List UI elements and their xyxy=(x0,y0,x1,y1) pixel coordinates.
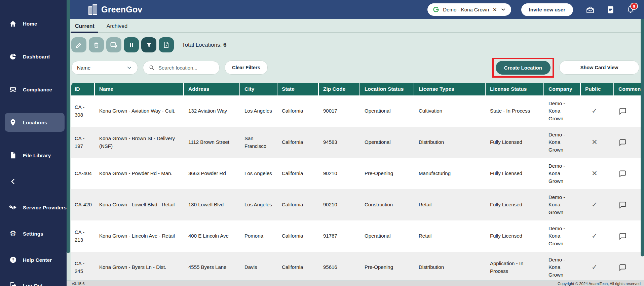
table-row[interactable]: CA-404 Kona Grown - Powder Rd - Man. 366… xyxy=(71,158,644,189)
pencil-icon xyxy=(75,41,83,49)
cell-name: Kona Grown - Lincoln Ave - Retail xyxy=(95,220,184,252)
filter-button[interactable] xyxy=(141,37,156,52)
clear-filters-button[interactable]: Clear Filters xyxy=(225,60,268,75)
handshake-icon xyxy=(9,204,17,211)
column-header-zip[interactable]: Zip Code xyxy=(319,83,360,95)
sidebar-item-compliance[interactable]: Compliance xyxy=(5,82,65,97)
column-header-address[interactable]: Address xyxy=(184,83,240,95)
cell-state: California xyxy=(277,158,319,189)
table-row[interactable]: CA - 213 Kona Grown - Lincoln Ave - Reta… xyxy=(71,220,644,252)
sidebar-item-locations[interactable]: Locations xyxy=(5,113,65,132)
sidebar-item-log-out[interactable]: Log Out xyxy=(5,278,65,286)
table-row[interactable]: CA - 308 Kona Grown - Aviation Way - Cul… xyxy=(71,95,644,127)
column-header-license-status[interactable]: License Status xyxy=(486,83,544,95)
comment-bubble-icon[interactable] xyxy=(618,170,627,177)
cell-name: Kona Grown - Aviation Way - Cult. xyxy=(95,95,184,127)
building-logo-icon xyxy=(87,4,98,16)
company-selector[interactable]: Demo - Kona Grown ✕ xyxy=(427,3,511,16)
mail-icon[interactable] xyxy=(586,6,595,13)
column-header-city[interactable]: City xyxy=(240,83,277,95)
cell-license-status: Fully Licensed xyxy=(486,189,544,220)
column-header-state[interactable]: State xyxy=(277,83,319,95)
sidebar-item-dashboard[interactable]: Dashboard xyxy=(5,49,65,64)
sidebar-item-label: Log Out xyxy=(23,283,43,286)
cell-license-types: Retail xyxy=(414,189,486,220)
cell-comments xyxy=(614,127,644,158)
table-row[interactable]: CA-420 Kona Grown - Lowell Blvd - Retail… xyxy=(71,189,644,220)
cell-zip: 94583 xyxy=(319,127,360,158)
main-area: GreenGov Demo - Kona Grown ✕ Invite new … xyxy=(67,0,644,286)
dashboard-pie-icon xyxy=(9,53,17,60)
cell-location-status: Operational xyxy=(360,95,414,127)
column-view-button[interactable] xyxy=(124,37,139,52)
public-status-icon: ✕ xyxy=(581,127,614,158)
cell-license-status: Fully Licensed xyxy=(486,158,544,189)
comment-bubble-icon[interactable] xyxy=(618,263,627,271)
column-header-license-types[interactable]: License Types xyxy=(414,83,486,95)
export-excel-button[interactable]: x xyxy=(159,37,174,52)
invite-new-user-button[interactable]: Invite new user xyxy=(521,3,573,16)
sidebar-item-label: Compliance xyxy=(23,87,52,92)
filter-bar: Name Clear Filters Create Location xyxy=(71,58,639,77)
archive-location-button[interactable] xyxy=(106,37,121,52)
cell-state: California xyxy=(277,127,319,158)
column-header-name[interactable]: Name xyxy=(95,83,184,95)
cell-company: Demo - Kona Grown xyxy=(544,158,581,189)
cell-comments xyxy=(614,220,644,252)
sidebar-item-service-providers[interactable]: Service Providers xyxy=(5,200,65,215)
tab-current[interactable]: Current xyxy=(71,23,98,32)
column-header-id[interactable]: ID xyxy=(71,83,95,95)
clear-company-icon[interactable]: ✕ xyxy=(493,7,497,13)
cell-city: Los Angeles xyxy=(240,95,277,127)
show-card-view-button[interactable]: Show Card View xyxy=(559,60,639,75)
cell-company: Demo - Kona Grown xyxy=(544,252,581,283)
table-row[interactable]: CA - 197 Kona Grown - Brown St - Deliver… xyxy=(71,127,644,158)
sidebar-item-label: Service Providers xyxy=(23,205,67,210)
comment-bubble-icon[interactable] xyxy=(618,232,627,240)
cell-license-status: State - In Process xyxy=(486,95,544,127)
home-icon xyxy=(9,20,17,28)
search-input[interactable] xyxy=(158,65,214,71)
cell-name: Kona Grown - Powder Rd - Man. xyxy=(95,158,184,189)
public-status-icon: ✕ xyxy=(581,158,614,189)
sidebar-collapse-button[interactable] xyxy=(5,174,65,189)
content-scrollbar-thumb[interactable] xyxy=(641,19,644,256)
column-header-location-status[interactable]: Location Status xyxy=(360,83,414,95)
filter-field-select[interactable]: Name xyxy=(71,61,138,75)
sidebar-item-label: Dashboard xyxy=(23,54,50,59)
help-question-icon: ? xyxy=(9,256,17,264)
create-location-button[interactable]: Create Location xyxy=(496,61,551,75)
sidebar: Home Dashboard Compliance xyxy=(0,0,67,286)
comment-bubble-icon[interactable] xyxy=(618,138,627,146)
sidebar-item-settings[interactable]: ⚙ Settings xyxy=(5,226,65,241)
column-header-company[interactable]: Company xyxy=(544,83,581,95)
column-header-public[interactable]: Public xyxy=(581,83,614,95)
edit-location-button[interactable] xyxy=(71,37,86,52)
cell-city: Los Angeles xyxy=(240,189,277,220)
comment-bubble-icon[interactable] xyxy=(618,201,627,209)
annotation-highlight-box: Create Location xyxy=(492,58,554,78)
chevron-down-icon[interactable] xyxy=(501,7,506,12)
cell-name: Kona Grown - Lowell Blvd - Retail xyxy=(95,189,184,220)
notifications-bell-icon[interactable]: 9 xyxy=(627,5,635,14)
chevron-down-icon xyxy=(126,65,132,71)
sidebar-item-help-center[interactable]: ? Help Center xyxy=(5,252,65,268)
svg-text:x: x xyxy=(165,44,167,47)
tab-archived[interactable]: Archived xyxy=(103,23,131,32)
notes-document-icon[interactable] xyxy=(607,6,614,14)
topbar-right-group: Demo - Kona Grown ✕ Invite new user xyxy=(427,3,635,16)
table-row[interactable]: CA - 245 Kona Grown - Byers Ln - Dist. 4… xyxy=(71,252,644,283)
cell-id: CA-420 xyxy=(71,189,95,220)
sidebar-item-file-library[interactable]: File Library xyxy=(5,148,65,163)
column-header-comments[interactable]: Comments xyxy=(614,83,644,95)
greengov-g-icon xyxy=(433,6,439,13)
gear-icon: ⚙ xyxy=(9,230,17,238)
sidebar-scrollbar-thumb[interactable] xyxy=(67,0,70,253)
cell-license-types: Distribution xyxy=(414,252,486,283)
sidebar-item-label: Home xyxy=(23,21,37,27)
public-status-icon: ✓ xyxy=(581,220,614,252)
cell-state: California xyxy=(277,189,319,220)
delete-location-button[interactable] xyxy=(89,37,104,52)
sidebar-item-home[interactable]: Home xyxy=(5,16,65,31)
comment-bubble-icon[interactable] xyxy=(618,107,627,115)
